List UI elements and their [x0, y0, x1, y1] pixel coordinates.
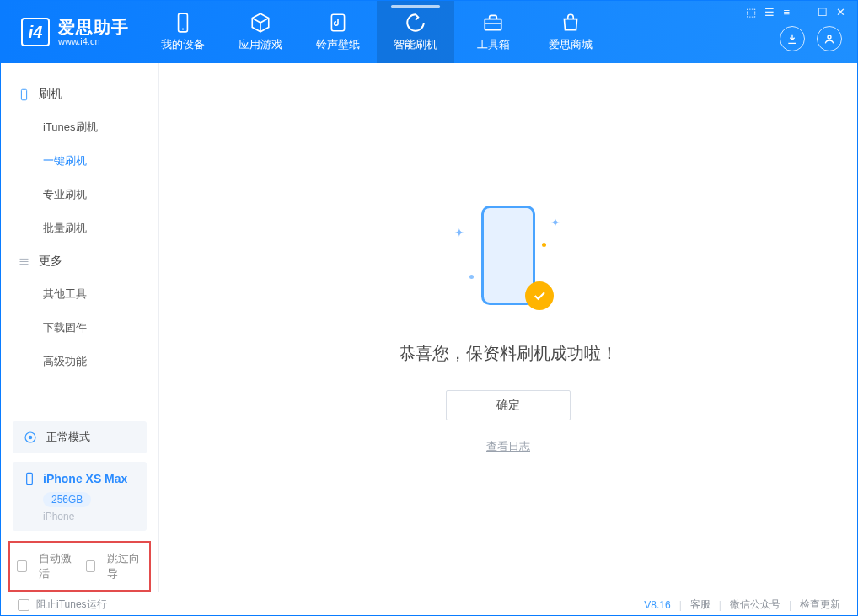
tab-label: 铃声壁纸 [316, 37, 360, 52]
device-storage: 256GB [43, 492, 91, 507]
sidebar-item-itunes-flash[interactable]: iTunes刷机 [1, 110, 158, 144]
section-title: 刷机 [39, 87, 62, 102]
close-icon[interactable]: ✕ [836, 6, 845, 19]
sidebar: 刷机 iTunes刷机 一键刷机 专业刷机 批量刷机 更多 其他工具 下载固件 … [1, 63, 159, 592]
sparkle-icon: ✦ [454, 226, 464, 239]
sidebar-item-batch-flash[interactable]: 批量刷机 [1, 212, 158, 245]
ok-button[interactable]: 确定 [446, 390, 571, 420]
footer-link-update[interactable]: 检查更新 [800, 597, 840, 612]
list-small-icon [18, 255, 30, 268]
footer-link-wechat[interactable]: 微信公众号 [730, 597, 780, 612]
minimize-icon[interactable]: — [798, 6, 809, 19]
svg-point-1 [182, 29, 184, 30]
device-small-icon [23, 472, 36, 485]
footer: 阻止iTunes运行 V8.16 | 客服 | 微信公众号 | 检查更新 [1, 592, 857, 616]
list-icon[interactable]: ☰ [764, 6, 775, 19]
phone-small-icon [18, 88, 30, 101]
tab-ringtones-wallpapers[interactable]: 铃声壁纸 [299, 1, 377, 63]
header-bar: ⬚ ☰ ≡ — ☐ ✕ i4 爱思助手 www.i4.cn 我的设备 应用游戏 … [1, 1, 857, 63]
window-controls: ⬚ ☰ ≡ — ☐ ✕ [746, 6, 845, 19]
mode-icon [23, 430, 38, 445]
sidebar-item-download-firmware[interactable]: 下载固件 [1, 311, 158, 345]
section-title: 更多 [39, 254, 62, 269]
view-log-link[interactable]: 查看日志 [486, 439, 530, 454]
app-title: 爱思助手 [58, 18, 129, 36]
tab-label: 我的设备 [161, 37, 205, 52]
sidebar-item-other-tools[interactable]: 其他工具 [1, 277, 158, 311]
svg-point-7 [29, 436, 33, 440]
block-itunes-label: 阻止iTunes运行 [36, 597, 107, 612]
sidebar-item-oneclick-flash[interactable]: 一键刷机 [1, 144, 158, 178]
tab-label: 应用游戏 [239, 37, 282, 52]
sidebar-item-advanced[interactable]: 高级功能 [1, 345, 158, 378]
mode-label: 正常模式 [46, 430, 90, 445]
toolbox-icon [482, 12, 504, 34]
sidebar-section-more: 更多 [1, 245, 158, 277]
tshirt-icon[interactable]: ⬚ [746, 6, 756, 19]
svg-rect-5 [21, 89, 26, 100]
sidebar-section-flash: 刷机 [1, 78, 158, 110]
dot-icon [542, 243, 546, 247]
block-itunes-checkbox[interactable] [18, 599, 29, 611]
tab-label: 爱思商城 [549, 37, 593, 52]
app-subtitle: www.i4.cn [58, 36, 129, 46]
sparkle-icon: ✦ [550, 216, 560, 229]
dot-icon [469, 275, 474, 279]
device-name: iPhone XS Max [43, 472, 127, 485]
download-button[interactable] [780, 26, 805, 51]
download-icon [786, 32, 799, 46]
logo: i4 爱思助手 www.i4.cn [1, 1, 144, 63]
auto-activate-checkbox[interactable] [17, 560, 27, 572]
body: 刷机 iTunes刷机 一键刷机 专业刷机 批量刷机 更多 其他工具 下载固件 … [1, 63, 857, 592]
user-button[interactable] [817, 26, 842, 51]
footer-link-support[interactable]: 客服 [690, 597, 711, 612]
tab-apps-games[interactable]: 应用游戏 [222, 1, 299, 63]
mode-card[interactable]: 正常模式 [13, 421, 147, 453]
user-icon [823, 32, 836, 46]
svg-rect-3 [485, 19, 501, 30]
sidebar-item-pro-flash[interactable]: 专业刷机 [1, 178, 158, 212]
cube-icon [249, 12, 271, 34]
sidebar-bottom: 正常模式 iPhone XS Max 256GB iPhone [1, 413, 158, 531]
bag-icon [560, 12, 582, 34]
check-icon [532, 288, 547, 303]
device-type: iPhone [43, 511, 137, 522]
logo-icon: i4 [21, 18, 50, 46]
main-content: ✦ ✦ 恭喜您，保资料刷机成功啦！ 确定 查看日志 [159, 63, 857, 592]
skip-guide-label: 跳过向导 [107, 551, 142, 581]
maximize-icon[interactable]: ☐ [818, 6, 828, 19]
tab-label: 智能刷机 [394, 37, 437, 52]
music-icon [327, 12, 349, 34]
svg-point-4 [828, 35, 831, 39]
tab-label: 工具箱 [477, 37, 510, 52]
tab-store[interactable]: 爱思商城 [532, 1, 609, 63]
version-label: V8.16 [644, 599, 670, 611]
success-message: 恭喜您，保资料刷机成功啦！ [399, 342, 618, 365]
refresh-icon [405, 12, 426, 34]
separator: | [789, 599, 791, 611]
skip-guide-checkbox[interactable] [86, 560, 96, 572]
menu-icon[interactable]: ≡ [783, 6, 790, 19]
device-icon [172, 12, 194, 34]
device-card[interactable]: iPhone XS Max 256GB iPhone [13, 462, 147, 531]
activation-options: 自动激活 跳过向导 [8, 541, 151, 592]
success-illustration: ✦ ✦ [458, 201, 559, 319]
tab-smart-flash[interactable]: 智能刷机 [377, 1, 454, 63]
tab-my-device[interactable]: 我的设备 [144, 1, 222, 63]
separator: | [719, 599, 721, 611]
auto-activate-label: 自动激活 [39, 551, 74, 581]
tab-toolbox[interactable]: 工具箱 [454, 1, 532, 63]
nav-tabs: 我的设备 应用游戏 铃声壁纸 智能刷机 工具箱 爱思商城 [144, 1, 609, 63]
separator: | [679, 599, 682, 611]
checkmark-badge [525, 281, 554, 310]
svg-rect-8 [27, 473, 33, 484]
